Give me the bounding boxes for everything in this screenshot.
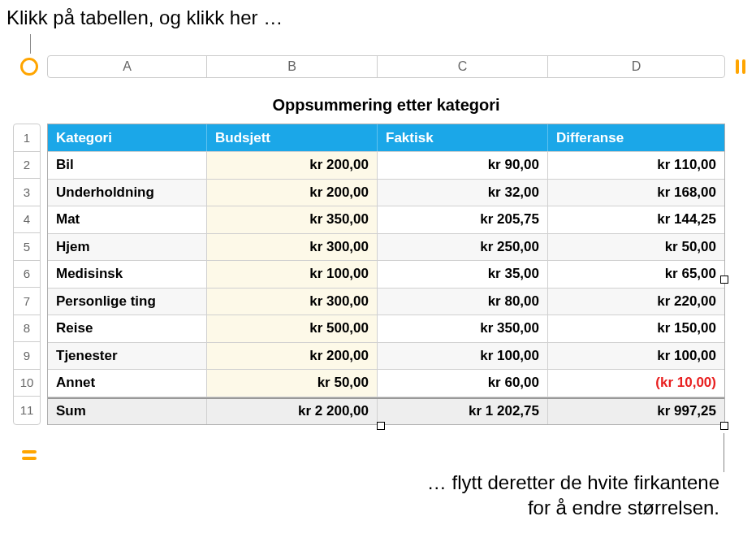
header-category[interactable]: Kategori bbox=[48, 124, 207, 151]
row-header-1[interactable]: 1 bbox=[14, 124, 40, 152]
cell-category[interactable]: Personlige ting bbox=[48, 289, 207, 315]
cell-category[interactable]: Annet bbox=[48, 370, 207, 397]
cell-difference[interactable]: kr 110,00 bbox=[548, 152, 724, 179]
cell-actual[interactable]: kr 80,00 bbox=[378, 289, 548, 315]
resize-handle-corner[interactable] bbox=[720, 422, 728, 430]
table-header-row: Kategori Budsjett Faktisk Differanse bbox=[48, 124, 724, 152]
row-header-7[interactable]: 7 bbox=[14, 288, 40, 315]
annotation-top-line bbox=[30, 34, 31, 54]
table-row: Bil kr 200,00 kr 90,00 kr 110,00 bbox=[48, 152, 724, 180]
cell-difference-negative[interactable]: (kr 10,00) bbox=[548, 370, 724, 397]
table-row: Medisinsk kr 100,00 kr 35,00 kr 65,00 bbox=[48, 261, 724, 289]
sum-budget[interactable]: kr 2 200,00 bbox=[207, 399, 378, 425]
cell-actual[interactable]: kr 35,00 bbox=[378, 261, 548, 288]
table-row: Underholdning kr 200,00 kr 32,00 kr 168,… bbox=[48, 180, 724, 207]
cell-category[interactable]: Mat bbox=[48, 206, 207, 233]
cell-actual[interactable]: kr 205,75 bbox=[378, 206, 548, 233]
table-row: Hjem kr 300,00 kr 250,00 kr 50,00 bbox=[48, 234, 724, 262]
cell-actual[interactable]: kr 250,00 bbox=[378, 234, 548, 261]
row-header-6[interactable]: 6 bbox=[14, 261, 40, 289]
header-budget[interactable]: Budsjett bbox=[207, 124, 378, 151]
cell-difference[interactable]: kr 220,00 bbox=[548, 289, 724, 315]
cell-difference[interactable]: kr 144,25 bbox=[548, 206, 724, 233]
table-select-handle[interactable] bbox=[20, 58, 38, 76]
column-header-a[interactable]: A bbox=[48, 56, 207, 77]
cell-actual[interactable]: kr 32,00 bbox=[378, 180, 548, 206]
sum-actual[interactable]: kr 1 202,75 bbox=[378, 399, 548, 425]
table-sum-row: Sum kr 2 200,00 kr 1 202,75 kr 997,25 bbox=[48, 397, 724, 425]
cell-budget[interactable]: kr 50,00 bbox=[207, 370, 378, 397]
cell-actual[interactable]: kr 100,00 bbox=[378, 343, 548, 370]
cell-budget[interactable]: kr 200,00 bbox=[207, 343, 378, 370]
row-header-3[interactable]: 3 bbox=[14, 179, 40, 206]
row-header-9[interactable]: 9 bbox=[14, 342, 40, 370]
column-headers: A B C D bbox=[47, 55, 725, 78]
column-add-handle[interactable] bbox=[732, 58, 750, 76]
cell-budget[interactable]: kr 300,00 bbox=[207, 234, 378, 261]
row-header-10[interactable]: 10 bbox=[14, 370, 40, 397]
cell-category[interactable]: Hjem bbox=[48, 234, 207, 261]
cell-category[interactable]: Bil bbox=[48, 152, 207, 179]
table-row: Annet kr 50,00 kr 60,00 (kr 10,00) bbox=[48, 370, 724, 397]
annotation-bottom-line2: for å endre størrelsen. bbox=[427, 495, 719, 520]
cell-budget[interactable]: kr 350,00 bbox=[207, 206, 378, 233]
table-row: Personlige ting kr 300,00 kr 80,00 kr 22… bbox=[48, 289, 724, 316]
sum-difference[interactable]: kr 997,25 bbox=[548, 399, 724, 425]
resize-handle-right[interactable] bbox=[720, 276, 728, 284]
cell-difference[interactable]: kr 50,00 bbox=[548, 234, 724, 261]
cell-actual[interactable]: kr 350,00 bbox=[378, 315, 548, 342]
cell-category[interactable]: Underholdning bbox=[48, 180, 207, 206]
cell-budget[interactable]: kr 200,00 bbox=[207, 152, 378, 179]
cell-actual[interactable]: kr 60,00 bbox=[378, 370, 548, 397]
row-headers: 1 2 3 4 5 6 7 8 9 10 11 bbox=[13, 124, 41, 425]
cell-budget[interactable]: kr 300,00 bbox=[207, 289, 378, 315]
sum-label[interactable]: Sum bbox=[48, 399, 207, 425]
table-title[interactable]: Oppsummering etter kategori bbox=[47, 96, 725, 115]
column-header-b[interactable]: B bbox=[207, 56, 378, 77]
cell-category[interactable]: Reise bbox=[48, 315, 207, 342]
row-header-11[interactable]: 11 bbox=[14, 397, 40, 424]
header-difference[interactable]: Differanse bbox=[548, 124, 724, 151]
table-row: Tjenester kr 200,00 kr 100,00 kr 100,00 bbox=[48, 343, 724, 371]
annotation-bottom-line1: … flytt deretter de hvite firkantene bbox=[427, 470, 719, 495]
cell-difference[interactable]: kr 168,00 bbox=[548, 180, 724, 206]
table-row: Mat kr 350,00 kr 205,75 kr 144,25 bbox=[48, 206, 724, 234]
cell-difference[interactable]: kr 100,00 bbox=[548, 343, 724, 370]
row-header-5[interactable]: 5 bbox=[14, 233, 40, 261]
spreadsheet-table: Kategori Budsjett Faktisk Differanse Bil… bbox=[47, 124, 725, 425]
cell-category[interactable]: Medisinsk bbox=[48, 261, 207, 288]
column-header-c[interactable]: C bbox=[378, 56, 548, 77]
annotation-top: Klikk på tabellen, og klikk her … bbox=[6, 7, 283, 29]
row-header-4[interactable]: 4 bbox=[14, 206, 40, 234]
cell-actual[interactable]: kr 90,00 bbox=[378, 152, 548, 179]
table-row: Reise kr 500,00 kr 350,00 kr 150,00 bbox=[48, 315, 724, 343]
row-header-8[interactable]: 8 bbox=[14, 315, 40, 343]
cell-budget[interactable]: kr 200,00 bbox=[207, 180, 378, 206]
row-header-2[interactable]: 2 bbox=[14, 152, 40, 180]
header-actual[interactable]: Faktisk bbox=[378, 124, 548, 151]
resize-handle-bottom[interactable] bbox=[377, 422, 385, 430]
annotation-bottom: … flytt deretter de hvite firkantene for… bbox=[427, 470, 719, 520]
row-add-handle[interactable] bbox=[20, 446, 38, 464]
cell-difference[interactable]: kr 65,00 bbox=[548, 261, 724, 288]
cell-difference[interactable]: kr 150,00 bbox=[548, 315, 724, 342]
cell-budget[interactable]: kr 500,00 bbox=[207, 315, 378, 342]
cell-category[interactable]: Tjenester bbox=[48, 343, 207, 370]
annotation-bottom-line bbox=[724, 433, 724, 472]
column-header-d[interactable]: D bbox=[548, 56, 724, 77]
cell-budget[interactable]: kr 100,00 bbox=[207, 261, 378, 288]
